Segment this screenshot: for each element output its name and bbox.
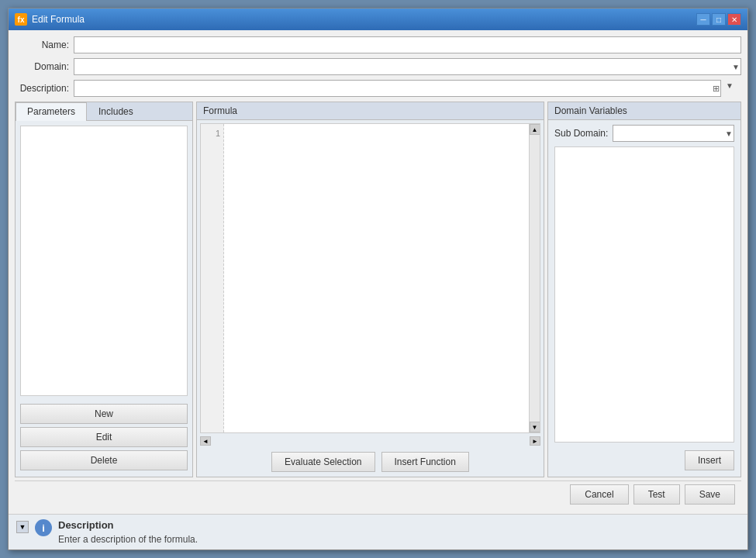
description-heading: Description — [58, 519, 740, 531]
edit-formula-window: fx Edit Formula ─ □ ✕ Name: Domain: ▼ — [8, 8, 748, 550]
bottom-bar: Cancel Test Save — [15, 480, 741, 508]
description-input-wrapper: ⊞ — [74, 80, 721, 97]
description-input[interactable] — [74, 80, 721, 97]
subdomain-select-wrapper: ▼ — [613, 125, 734, 142]
scroll-h-track — [211, 436, 530, 447]
description-section: ▼ i Description Enter a description of t… — [9, 514, 747, 549]
domain-select[interactable] — [74, 58, 741, 75]
subdomain-label: Sub Domain: — [554, 128, 608, 139]
domain-row: Domain: ▼ — [15, 58, 741, 75]
minimize-button[interactable]: ─ — [696, 13, 710, 26]
new-button[interactable]: New — [20, 404, 188, 424]
formula-header: Formula — [197, 102, 544, 120]
maximize-button[interactable]: □ — [712, 13, 726, 26]
edit-button[interactable]: Edit — [20, 427, 188, 447]
scroll-up-btn[interactable]: ▲ — [530, 124, 540, 135]
name-input[interactable] — [74, 36, 741, 53]
domain-select-wrapper: ▼ — [74, 58, 741, 75]
tab-bar: Parameters Includes — [16, 102, 192, 121]
tab-includes[interactable]: Includes — [87, 102, 145, 120]
description-collapse-button[interactable]: ▼ — [16, 521, 29, 533]
window-title: Edit Formula — [32, 14, 85, 25]
description-row: Description: ⊞ ▼ — [15, 80, 741, 97]
description-label: Description: — [15, 83, 69, 94]
description-dropdown-wrapper: ▼ — [726, 80, 741, 97]
formula-editor-wrapper: 1 ▲ ▼ — [200, 123, 540, 433]
scroll-right-btn[interactable]: ► — [530, 436, 540, 446]
center-footer: Evaluate Selection Insert Function — [197, 447, 544, 477]
titlebar: fx Edit Formula ─ □ ✕ — [9, 9, 747, 30]
test-button[interactable]: Test — [633, 484, 680, 505]
delete-button[interactable]: Delete — [20, 450, 188, 470]
center-panel: Formula 1 ▲ ▼ ◄ ► — [196, 102, 544, 477]
evaluate-selection-button[interactable]: Evaluate Selection — [271, 452, 375, 472]
parameters-list — [20, 126, 188, 396]
subdomain-row: Sub Domain: ▼ — [548, 120, 740, 146]
line-number-1: 1 — [201, 127, 220, 140]
formula-textarea[interactable] — [224, 124, 529, 432]
description-select-arrow[interactable]: ▼ — [726, 81, 734, 90]
formula-scrollbar-v: ▲ ▼ — [529, 124, 540, 432]
scroll-left-btn[interactable]: ◄ — [200, 436, 211, 446]
domain-variables-header: Domain Variables — [548, 102, 740, 120]
description-body-text: Enter a description of the formula. — [58, 534, 740, 545]
window-icon: fx — [15, 13, 27, 26]
scrollbar-h-wrapper: ◄ ► — [200, 436, 540, 447]
titlebar-buttons: ─ □ ✕ — [696, 13, 741, 26]
domain-variables-list — [554, 146, 734, 443]
tab-parameters[interactable]: Parameters — [16, 102, 87, 121]
insert-button[interactable]: Insert — [685, 450, 734, 470]
left-buttons: New Edit Delete — [16, 401, 192, 477]
left-panel: Parameters Includes New Edit Delete — [15, 102, 193, 477]
name-label: Name: — [15, 40, 69, 50]
window-content: Name: Domain: ▼ Description: ⊞ ▼ — [9, 30, 747, 514]
main-panel: Parameters Includes New Edit Delete Form… — [15, 102, 741, 477]
subdomain-select[interactable] — [613, 125, 734, 142]
scroll-down-btn[interactable]: ▼ — [530, 422, 540, 432]
save-button[interactable]: Save — [685, 484, 735, 505]
right-footer: Insert — [548, 447, 740, 477]
line-numbers: 1 — [201, 124, 224, 432]
name-row: Name: — [15, 36, 741, 53]
titlebar-left: fx Edit Formula — [15, 13, 85, 26]
insert-function-button[interactable]: Insert Function — [381, 452, 469, 472]
right-panel: Domain Variables Sub Domain: ▼ Insert — [547, 102, 741, 477]
description-info-icon: i — [35, 519, 52, 536]
domain-label: Domain: — [15, 61, 69, 72]
description-content: Description Enter a description of the f… — [58, 519, 740, 545]
cancel-button[interactable]: Cancel — [570, 484, 628, 505]
close-button[interactable]: ✕ — [727, 13, 741, 26]
